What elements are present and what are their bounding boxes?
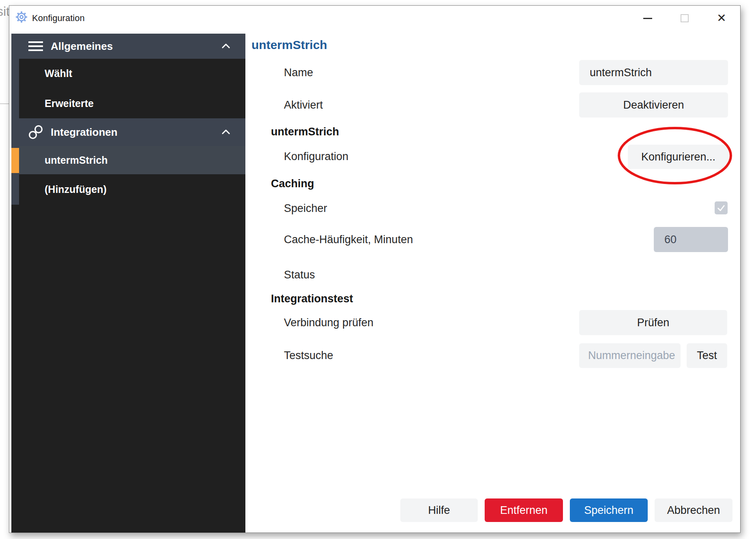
hilfe-button[interactable]: Hilfe	[400, 498, 478, 522]
speichern-button[interactable]: Speichern	[570, 498, 648, 522]
abbrechen-button[interactable]: Abbrechen	[655, 498, 732, 522]
deaktivieren-button[interactable]: Deaktivieren	[579, 92, 728, 118]
section-integrationstest: Integrationstest	[271, 293, 353, 305]
sidebar-group-label: Allgemeines	[51, 40, 113, 53]
hamburger-icon	[28, 41, 43, 51]
title-bar: Konfiguration ✕	[9, 6, 740, 34]
window-title: Konfiguration	[32, 13, 85, 24]
name-label: Name	[284, 66, 313, 79]
sidebar-item-waehlt[interactable]: Wählt	[19, 59, 245, 88]
gear-icon	[15, 10, 28, 24]
test-button[interactable]: Test	[687, 343, 727, 368]
cache-frequency-label: Cache-Häufigkeit, Minuten	[284, 233, 413, 246]
sidebar-item-label: Erweiterte	[45, 98, 94, 109]
sidebar-item-untermstrich-selected[interactable]: untermStrich	[19, 146, 245, 174]
link-icon	[27, 123, 45, 141]
testsuche-input[interactable]	[579, 343, 681, 368]
verbindung-pruefen-label: Verbindung prüfen	[284, 317, 374, 329]
speicher-label: Speicher	[284, 202, 327, 215]
sidebar-group-integrationen[interactable]: Integrationen	[11, 118, 245, 146]
sidebar-item-label: (Hinzufügen)	[45, 184, 107, 195]
background-divider-line	[0, 103, 9, 104]
konfiguration-window: Konfiguration ✕ Allgemeines Wählt Erweit…	[9, 5, 741, 533]
minimize-button[interactable]	[638, 9, 657, 28]
sidebar-item-label: Wählt	[45, 68, 72, 79]
sidebar-group-allgemeines[interactable]: Allgemeines	[11, 34, 245, 59]
status-label: Status	[284, 269, 315, 281]
close-button[interactable]: ✕	[712, 9, 731, 28]
sidebar-item-erweiterte[interactable]: Erweiterte	[19, 88, 245, 118]
pruefen-button[interactable]: Prüfen	[579, 310, 727, 335]
background-text-fragment: sit	[0, 4, 10, 19]
cache-frequency-field[interactable]	[654, 227, 728, 252]
entfernen-button[interactable]: Entfernen	[485, 498, 563, 522]
section-caching: Caching	[271, 178, 314, 190]
chevron-up-icon	[220, 126, 232, 138]
sidebar-item-label: untermStrich	[45, 154, 108, 166]
aktiviert-label: Aktiviert	[284, 99, 323, 111]
sidebar-item-hinzufuegen[interactable]: (Hinzufügen)	[19, 174, 245, 205]
selected-item-accent-bar	[11, 148, 19, 173]
sidebar-group-label: Integrationen	[51, 126, 118, 139]
testsuche-label: Testsuche	[284, 349, 333, 362]
konfigurieren-button[interactable]: Konfigurieren...	[628, 145, 729, 169]
konfiguration-label: Konfiguration	[284, 150, 348, 163]
close-icon: ✕	[717, 13, 726, 24]
checkmark-icon	[717, 203, 726, 212]
minimize-icon	[643, 18, 652, 19]
section-untermstrich: untermStrich	[271, 126, 339, 138]
chevron-up-icon	[220, 41, 232, 52]
maximize-icon	[681, 14, 689, 22]
sidebar: Allgemeines Wählt Erweiterte Integration…	[11, 34, 245, 533]
name-field[interactable]	[579, 60, 728, 85]
page-title: untermStrich	[251, 38, 327, 52]
maximize-button[interactable]	[675, 9, 694, 28]
speicher-checkbox[interactable]	[715, 201, 728, 214]
